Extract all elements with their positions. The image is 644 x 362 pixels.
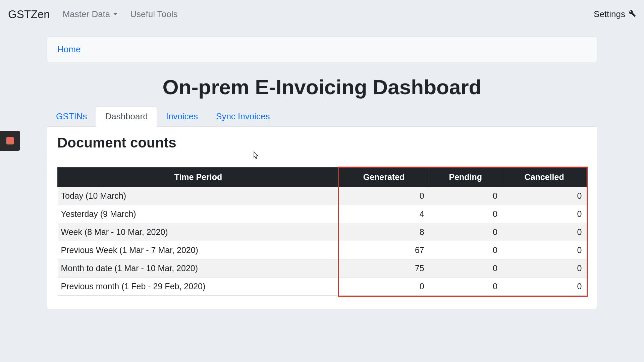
- table-row: Week (8 Mar - 10 Mar, 2020)800: [58, 223, 587, 241]
- breadcrumb: Home: [47, 37, 597, 62]
- tab-sync-invoices[interactable]: Sync Invoices: [207, 106, 279, 127]
- cell-pending: 0: [429, 223, 502, 241]
- th-generated: Generated: [339, 168, 429, 187]
- caret-down-icon: [113, 13, 117, 15]
- cell-generated: 4: [339, 205, 429, 223]
- table-row: Yesterday (9 March)400: [58, 205, 587, 223]
- table-row: Previous Week (1 Mar - 7 Mar, 2020)6700: [58, 241, 587, 259]
- cell-period: Today (10 March): [58, 187, 339, 205]
- document-counts-table: Time Period Generated Pending Cancelled …: [57, 167, 587, 296]
- cell-cancelled: 0: [502, 241, 587, 259]
- cell-generated: 0: [339, 187, 429, 205]
- th-time-period: Time Period: [58, 168, 339, 187]
- th-pending: Pending: [429, 168, 502, 187]
- cell-period: Previous Week (1 Mar - 7 Mar, 2020): [58, 241, 339, 259]
- panel-title: Document counts: [57, 135, 587, 151]
- nav-settings-label: Settings: [594, 9, 625, 19]
- cell-generated: 8: [339, 223, 429, 241]
- tab-gstins[interactable]: GSTINs: [47, 106, 96, 127]
- record-icon: [6, 137, 14, 144]
- cell-generated: 0: [339, 278, 429, 296]
- cell-period: Previous month (1 Feb - 29 Feb, 2020): [58, 278, 339, 296]
- page-title: On-prem E-Invoicing Dashboard: [47, 75, 597, 99]
- main-container: Home On-prem E-Invoicing Dashboard GSTIN…: [40, 37, 604, 309]
- cell-generated: 67: [339, 241, 429, 259]
- cell-cancelled: 0: [502, 205, 587, 223]
- table-row: Month to date (1 Mar - 10 Mar, 2020)7500: [58, 259, 587, 278]
- cell-pending: 0: [429, 259, 502, 278]
- navbar: GSTZen Master Data Useful Tools Settings: [0, 0, 644, 28]
- breadcrumb-home[interactable]: Home: [57, 44, 80, 54]
- nav-master-data[interactable]: Master Data: [63, 9, 118, 19]
- brand-logo[interactable]: GSTZen: [8, 8, 50, 21]
- cell-period: Week (8 Mar - 10 Mar, 2020): [58, 223, 339, 241]
- cell-pending: 0: [429, 278, 502, 296]
- tab-invoices[interactable]: Invoices: [157, 106, 207, 127]
- tab-dashboard[interactable]: Dashboard: [96, 106, 157, 127]
- nav-useful-tools[interactable]: Useful Tools: [130, 9, 177, 19]
- cell-cancelled: 0: [502, 223, 587, 241]
- table-row: Today (10 March)000: [58, 187, 587, 205]
- cell-period: Month to date (1 Mar - 10 Mar, 2020): [58, 259, 339, 278]
- wrench-icon: [629, 9, 636, 19]
- navbar-left: GSTZen Master Data Useful Tools: [8, 8, 177, 21]
- side-recorder-tab[interactable]: [0, 131, 20, 151]
- cell-pending: 0: [429, 187, 502, 205]
- cell-generated: 75: [339, 259, 429, 278]
- document-counts-panel: Document counts Time Period Generated Pe…: [47, 127, 597, 309]
- panel-header: Document counts: [47, 127, 597, 157]
- th-cancelled: Cancelled: [502, 168, 587, 187]
- cell-pending: 0: [429, 241, 502, 259]
- table-header-row: Time Period Generated Pending Cancelled: [58, 168, 587, 187]
- nav-settings[interactable]: Settings: [594, 9, 636, 19]
- cell-cancelled: 0: [502, 187, 587, 205]
- cell-pending: 0: [429, 205, 502, 223]
- table-row: Previous month (1 Feb - 29 Feb, 2020)000: [58, 278, 587, 296]
- tabs: GSTINs Dashboard Invoices Sync Invoices: [47, 106, 597, 127]
- panel-body: Time Period Generated Pending Cancelled …: [47, 157, 597, 309]
- cell-period: Yesterday (9 March): [58, 205, 339, 223]
- nav-master-data-label: Master Data: [63, 9, 110, 19]
- cell-cancelled: 0: [502, 259, 587, 278]
- cell-cancelled: 0: [502, 278, 587, 296]
